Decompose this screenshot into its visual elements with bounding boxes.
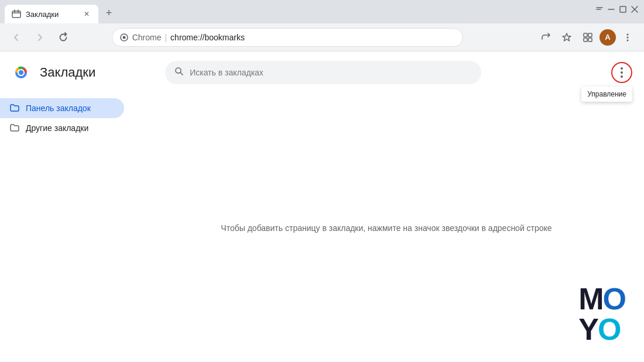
three-dots-icon [621, 67, 623, 78]
manage-tooltip: Управление [581, 87, 632, 102]
moyo-y-letter: Y [578, 314, 598, 344]
moyo-logo: M O Y O [578, 284, 626, 344]
menu-button-wrap: Управление [611, 62, 632, 83]
new-tab-button[interactable]: + [101, 5, 117, 21]
moyo-m-letter: M [578, 284, 602, 314]
title-bar: Закладки ✕ + [0, 0, 644, 23]
bookmarks-menu-button[interactable] [611, 62, 632, 83]
page-content: Закладки [0, 51, 644, 362]
url-chrome-label: Chrome [132, 33, 162, 42]
tab-close-button[interactable]: ✕ [82, 9, 91, 19]
svg-rect-9 [584, 38, 587, 42]
url-bar[interactable]: Chrome | chrome://bookmarks [112, 28, 463, 47]
svg-rect-8 [588, 33, 592, 37]
minimize-button[interactable] [607, 5, 616, 14]
moyo-o2-letter: O [598, 314, 621, 344]
svg-point-11 [626, 33, 628, 35]
page-header: Закладки [0, 51, 644, 94]
svg-point-12 [626, 36, 628, 38]
bookmark-star-button[interactable] [557, 28, 576, 47]
reload-button[interactable] [54, 28, 73, 47]
folder-icon [9, 103, 20, 113]
expand-tabs-button[interactable] [595, 5, 604, 14]
url-address: chrome://bookmarks [170, 33, 245, 42]
svg-rect-7 [584, 33, 587, 37]
chrome-menu-button[interactable] [618, 28, 637, 47]
search-bar[interactable] [165, 61, 481, 84]
window-controls [595, 5, 639, 14]
empty-state-message: Чтобы добавить страницу в закладки, нажм… [129, 94, 644, 362]
back-button[interactable] [7, 28, 26, 47]
sidebar: Панель закладок Другие закладки [0, 94, 129, 362]
share-button[interactable] [536, 28, 555, 47]
sidebar-item-label-other: Другие закладки [26, 123, 88, 133]
svg-rect-2 [620, 6, 626, 12]
tab-title: Закладки [26, 10, 77, 19]
forward-button[interactable] [30, 28, 49, 47]
svg-rect-0 [12, 11, 20, 18]
browser-window: Закладки ✕ + [0, 0, 644, 362]
search-icon [174, 67, 184, 78]
sidebar-item-other-bookmarks[interactable]: Другие закладки [0, 118, 124, 138]
chrome-logo-icon [12, 63, 30, 82]
profile-button[interactable]: A [600, 29, 616, 46]
page-title: Закладки [40, 65, 95, 80]
svg-point-13 [626, 39, 628, 41]
close-button[interactable] [630, 5, 639, 14]
folder-icon-other [9, 123, 20, 133]
search-input[interactable] [190, 68, 472, 77]
extension-button[interactable] [578, 28, 597, 47]
address-bar: Chrome | chrome://bookmarks A [0, 23, 644, 51]
security-icon [119, 33, 129, 42]
svg-rect-10 [588, 38, 592, 42]
moyo-o1-letter: O [603, 284, 626, 314]
address-actions: A [536, 28, 637, 47]
maximize-button[interactable] [618, 5, 628, 14]
svg-line-20 [180, 73, 183, 75]
svg-point-6 [122, 36, 125, 39]
tab-favicon-icon [12, 9, 21, 19]
sidebar-item-label: Панель закладок [26, 104, 91, 113]
svg-point-18 [19, 70, 23, 75]
sidebar-item-bookmarks-bar[interactable]: Панель закладок [0, 98, 124, 118]
active-tab[interactable]: Закладки ✕ [5, 5, 98, 23]
